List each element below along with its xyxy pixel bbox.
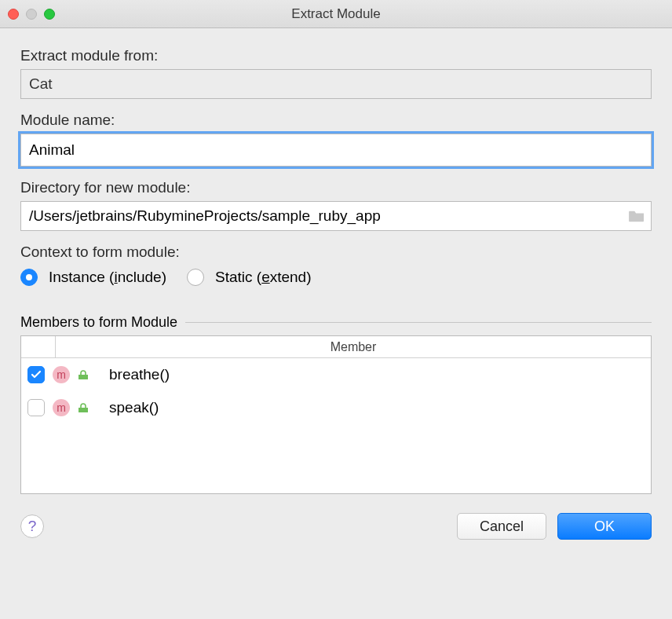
table-row[interactable]: m breathe()	[21, 358, 651, 391]
table-body: m breathe() m speak()	[21, 358, 651, 493]
radio-static[interactable]	[187, 269, 204, 286]
method-icon: m	[53, 399, 70, 416]
svg-rect-0	[79, 375, 88, 379]
context-radio-group: Instance (include) Static (extend)	[20, 269, 652, 286]
folder-browse-icon[interactable]	[628, 209, 645, 223]
divider	[185, 322, 652, 323]
directory-input[interactable]	[20, 201, 652, 231]
extract-from-label: Extract module from:	[20, 47, 652, 64]
radio-static-label[interactable]: Static (extend)	[215, 269, 312, 286]
titlebar: Extract Module	[0, 0, 672, 28]
members-section-header: Members to form Module	[20, 314, 652, 331]
member-checkbox[interactable]	[27, 366, 45, 383]
table-header-checkbox-col	[21, 336, 56, 357]
dialog-footer: ? Cancel OK	[20, 513, 652, 540]
help-button[interactable]: ?	[20, 515, 44, 538]
svg-rect-1	[79, 408, 88, 412]
extract-from-value: Cat	[29, 75, 53, 93]
extract-from-field: Cat	[20, 69, 652, 99]
table-row[interactable]: m speak()	[21, 391, 651, 424]
member-name: speak()	[109, 399, 159, 416]
context-label: Context to form module:	[20, 244, 652, 261]
window-title: Extract Module	[0, 6, 672, 22]
module-name-label: Module name:	[20, 112, 652, 129]
members-label: Members to form Module	[20, 314, 177, 331]
radio-instance[interactable]	[20, 269, 38, 286]
ok-button[interactable]: OK	[557, 513, 652, 540]
visibility-icon	[78, 369, 89, 380]
visibility-icon	[78, 402, 89, 413]
radio-instance-label[interactable]: Instance (include)	[49, 269, 166, 286]
dialog-content: Extract module from: Cat Module name: Di…	[0, 28, 672, 554]
method-icon: m	[53, 366, 70, 383]
table-header-row: Member	[21, 336, 651, 358]
button-bar: Cancel OK	[457, 513, 652, 540]
members-table: Member m breathe() m speak()	[20, 335, 652, 494]
table-header-member: Member	[56, 336, 651, 357]
member-checkbox[interactable]	[27, 399, 45, 416]
module-name-input[interactable]	[20, 134, 652, 167]
directory-label: Directory for new module:	[20, 179, 652, 196]
member-name: breathe()	[109, 366, 170, 383]
cancel-button[interactable]: Cancel	[457, 513, 546, 540]
